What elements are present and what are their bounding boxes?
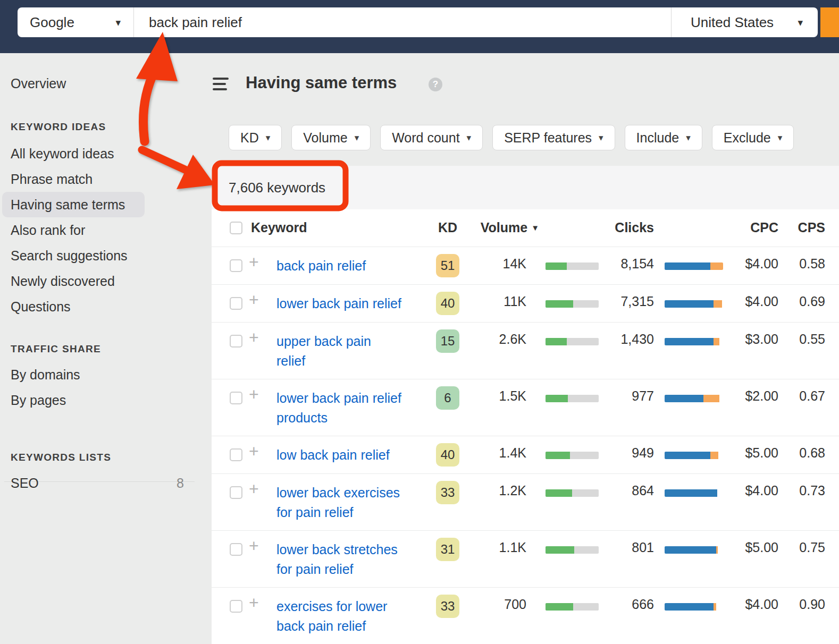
clicks-bar <box>665 262 723 270</box>
row-checkbox[interactable] <box>230 335 242 348</box>
add-to-list-icon[interactable]: + <box>249 480 259 497</box>
clicks-bar <box>665 546 723 554</box>
sidebar-item-search-suggestions[interactable]: Search suggestions <box>2 243 145 268</box>
sidebar-item-by-pages[interactable]: By pages <box>2 387 145 413</box>
table-row: + lower back pain relief 40 11K 7,315 $4… <box>212 284 839 322</box>
sidebar-section-keywords-lists: KEYWORDS LISTS <box>11 451 111 464</box>
cps-value: 0.73 <box>794 483 825 498</box>
kd-badge: 31 <box>436 538 459 561</box>
column-header-cps[interactable]: CPS <box>794 220 825 235</box>
clicks-value: 666 <box>590 597 654 612</box>
add-to-list-icon[interactable]: + <box>249 329 259 346</box>
cpc-value: $4.00 <box>730 597 778 612</box>
table-header: Keyword KD Volume▼ Clicks CPC CPS <box>212 209 839 247</box>
reports-menu-icon[interactable] <box>213 78 230 91</box>
caret-down-icon: ▾ <box>778 132 783 143</box>
add-to-list-icon[interactable]: + <box>249 537 259 554</box>
add-to-list-icon[interactable]: + <box>249 443 259 460</box>
keyword-link[interactable]: lower back pain relief <box>276 294 425 313</box>
keyword-link[interactable]: low back pain relief <box>276 445 425 465</box>
search-engine-select[interactable]: Google ▾ <box>18 7 134 37</box>
filter-serp-features-button[interactable]: SERP features▾ <box>492 125 615 150</box>
filter-include-button[interactable]: Include▾ <box>625 125 702 150</box>
caret-down-icon: ▾ <box>355 132 359 143</box>
row-checkbox[interactable] <box>230 392 242 404</box>
sidebar-item-newly-discovered[interactable]: Newly discovered <box>2 268 145 294</box>
sidebar-item-questions[interactable]: Questions <box>2 294 145 319</box>
clicks-value: 8,154 <box>590 256 654 272</box>
add-to-list-icon[interactable]: + <box>249 253 259 270</box>
sidebar-item-also-rank-for[interactable]: Also rank for <box>2 217 145 243</box>
table-row: + lower back stretches for pain relief 3… <box>212 530 839 587</box>
seo-list-count: 8 <box>177 476 184 491</box>
keyword-link[interactable]: exercises for lower back pain relief <box>276 597 425 636</box>
keyword-link[interactable]: upper back pain relief <box>276 332 425 371</box>
search-engine-value: Google <box>30 14 74 31</box>
volume-value: 14K <box>462 256 526 272</box>
sidebar-item-all-keyword-ideas[interactable]: All keyword ideas <box>2 141 145 166</box>
keyword-link[interactable]: lower back exercises for pain relief <box>276 483 425 522</box>
search-query-input[interactable]: back pain relief <box>134 7 671 37</box>
volume-value: 700 <box>462 597 526 612</box>
help-icon[interactable]: ? <box>429 78 442 91</box>
keyword-link[interactable]: back pain relief <box>276 256 425 276</box>
results-table: Keyword KD Volume▼ Clicks CPC CPS + back… <box>212 209 839 644</box>
sidebar-item-having-same-terms[interactable]: Having same terms <box>2 192 145 217</box>
cpc-value: $4.00 <box>730 294 778 309</box>
keyword-link[interactable]: lower back stretches for pain relief <box>276 540 425 579</box>
cps-value: 0.75 <box>794 540 825 555</box>
column-header-kd[interactable]: KD <box>436 220 459 235</box>
kd-badge: 33 <box>436 481 459 504</box>
sidebar-item-overview[interactable]: Overview <box>2 71 145 96</box>
country-caret-icon: ▾ <box>798 16 803 29</box>
add-to-list-icon[interactable]: + <box>249 291 259 308</box>
column-header-cpc[interactable]: CPC <box>730 220 778 235</box>
sidebar-item-seo-list[interactable]: SEO 8 <box>2 470 194 496</box>
row-checkbox[interactable] <box>230 297 242 310</box>
sidebar: Overview KEYWORD IDEAS All keyword ideas… <box>0 53 200 644</box>
country-select[interactable]: United States ▾ <box>671 7 818 37</box>
search-button[interactable] <box>820 7 839 37</box>
cpc-value: $3.00 <box>730 332 778 347</box>
row-checkbox[interactable] <box>230 448 242 461</box>
select-all-checkbox[interactable] <box>230 222 242 234</box>
filter-volume-button[interactable]: Volume▾ <box>291 125 371 150</box>
kd-badge: 33 <box>436 595 459 618</box>
cps-value: 0.90 <box>794 597 825 612</box>
clicks-value: 1,430 <box>590 332 654 347</box>
keyword-link[interactable]: lower back pain relief products <box>276 388 425 428</box>
clicks-value: 801 <box>590 540 654 555</box>
results-count-strip: 7,606 keywords <box>212 166 839 209</box>
kd-badge: 6 <box>436 386 459 410</box>
sidebar-section-traffic-share: TRAFFIC SHARE <box>11 343 101 355</box>
sidebar-item-phrase-match[interactable]: Phrase match <box>2 166 145 192</box>
column-header-clicks[interactable]: Clicks <box>590 220 654 235</box>
cps-value: 0.67 <box>794 388 825 404</box>
clicks-value: 977 <box>590 388 654 404</box>
column-header-keyword[interactable]: Keyword <box>251 220 307 235</box>
kd-badge: 15 <box>436 329 459 353</box>
row-checkbox[interactable] <box>230 486 242 499</box>
column-header-volume[interactable]: Volume▼ <box>462 220 539 235</box>
row-checkbox[interactable] <box>230 600 242 613</box>
seo-list-label: SEO <box>11 476 39 491</box>
cpc-value: $4.00 <box>730 256 778 272</box>
row-checkbox[interactable] <box>230 259 242 272</box>
filter-word-count-button[interactable]: Word count▾ <box>380 125 483 150</box>
volume-value: 2.6K <box>462 332 526 347</box>
caret-down-icon: ▾ <box>467 132 472 143</box>
add-to-list-icon[interactable]: + <box>249 594 259 611</box>
filter-kd-button[interactable]: KD▾ <box>229 125 282 150</box>
volume-value: 11K <box>462 294 526 309</box>
row-checkbox[interactable] <box>230 543 242 556</box>
caret-down-icon: ▾ <box>686 132 691 143</box>
filter-exclude-button[interactable]: Exclude▾ <box>712 125 794 150</box>
table-row: + upper back pain relief 15 2.6K 1,430 $… <box>212 322 839 379</box>
add-to-list-icon[interactable]: + <box>249 386 259 403</box>
sort-desc-icon: ▼ <box>531 223 539 232</box>
caret-down-icon: ▾ <box>599 132 603 143</box>
cpc-value: $5.00 <box>730 540 778 555</box>
top-search-bar: Google ▾ back pain relief United States … <box>0 0 839 53</box>
sidebar-section-keyword-ideas: KEYWORD IDEAS <box>11 121 106 133</box>
sidebar-item-by-domains[interactable]: By domains <box>2 362 145 387</box>
